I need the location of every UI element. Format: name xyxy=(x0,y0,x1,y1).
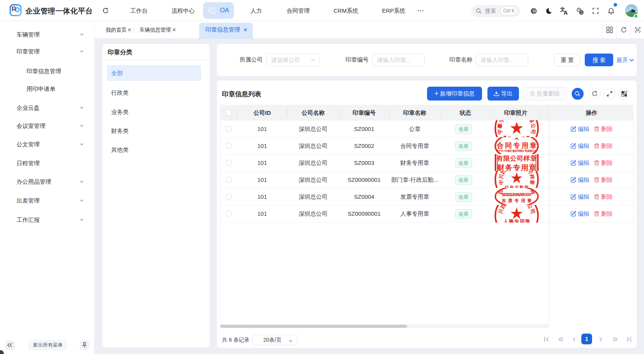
svg-text:91510112MA6A5KXXX: 91510112MA6A5KXXX xyxy=(502,192,532,197)
svg-text:中: 中 xyxy=(498,179,504,185)
svg-text:财务专用章: 财务专用章 xyxy=(497,163,537,172)
svg-text:人事专用章: 人事专用章 xyxy=(503,219,531,223)
svg-text:有限公司样章: 有限公司样章 xyxy=(496,154,537,162)
svg-text:章: 章 xyxy=(529,179,536,185)
svg-text:样: 样 xyxy=(529,173,536,180)
svg-text:合同专用章: 合同专用章 xyxy=(496,142,537,149)
svg-text:开户行:XX银行股份有限公司成都分行: 开户行:XX银行股份有限公司成都分行 xyxy=(496,149,537,153)
svg-text:川: 川 xyxy=(498,174,504,180)
svg-text:发票专用章: 发票专用章 xyxy=(501,198,532,203)
svg-text:攀: 攀 xyxy=(497,123,503,129)
